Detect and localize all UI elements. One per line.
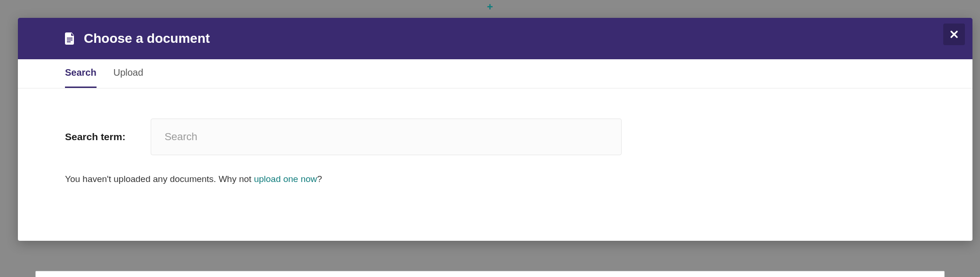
empty-prefix: You haven't uploaded any documents. Why … (65, 174, 254, 184)
choose-document-modal: Choose a document Search Upload Search t… (18, 18, 972, 241)
background-panel (35, 271, 945, 277)
tab-upload[interactable]: Upload (113, 59, 143, 88)
tab-label: Search (65, 67, 97, 78)
svg-rect-2 (67, 41, 71, 42)
tab-search[interactable]: Search (65, 59, 97, 88)
modal-body: Search term: You haven't uploaded any do… (18, 88, 972, 241)
upload-one-now-link[interactable]: upload one now (254, 174, 317, 184)
modal-header: Choose a document (18, 18, 972, 59)
document-icon (65, 32, 75, 45)
tab-label: Upload (113, 67, 143, 78)
search-label: Search term: (65, 131, 125, 142)
svg-rect-0 (67, 38, 73, 39)
modal-title: Choose a document (84, 31, 210, 46)
svg-rect-1 (67, 40, 73, 40)
tabs: Search Upload (18, 59, 972, 88)
empty-suffix: ? (317, 174, 322, 184)
search-input[interactable] (151, 119, 622, 155)
empty-state-message: You haven't uploaded any documents. Why … (65, 174, 925, 184)
add-block-icon[interactable]: + (487, 1, 493, 13)
close-icon (950, 30, 958, 39)
close-button[interactable] (943, 24, 965, 45)
modal-header-left: Choose a document (65, 31, 210, 46)
search-row: Search term: (65, 119, 925, 155)
